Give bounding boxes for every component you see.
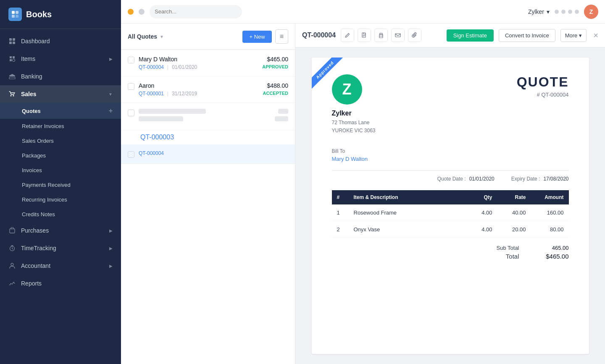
- sidebar-item-purchases[interactable]: Purchases ▶: [0, 222, 121, 239]
- quotes-add-icon[interactable]: +: [109, 107, 113, 115]
- detail-header: QT-000004: [295, 24, 605, 47]
- sidebar-item-sales-orders[interactable]: Sales Orders: [0, 134, 121, 148]
- quotes-filter-arrow-icon: ▼: [160, 34, 164, 39]
- invoice-number-value: QT-000004: [541, 92, 568, 98]
- sidebar-nav: Dashboard Items ▶ Banking: [0, 29, 121, 364]
- new-quote-button[interactable]: + New: [242, 31, 271, 43]
- sidebar-item-credits-notes[interactable]: Credits Notes: [0, 207, 121, 222]
- svg-point-8: [13, 59, 15, 62]
- bill-to-label: Bill To: [332, 148, 569, 154]
- sidebar-item-label-banking: Banking: [21, 73, 42, 80]
- skeleton-quote-id: QT-000003: [140, 134, 174, 141]
- expiry-date-value: 17/08/2020: [543, 176, 568, 182]
- sidebar-item-timetracking[interactable]: TimeTracking ▶: [0, 239, 121, 257]
- sidebar-item-quotes[interactable]: Quotes +: [0, 103, 121, 119]
- quote-item[interactable]: Mary D Walton QT-000004 | 01/01/2020 $46…: [121, 50, 295, 76]
- detail-body: Approved Z Zylker 72 Thomas Lane YUROKE …: [295, 47, 605, 364]
- reports-icon: [8, 280, 16, 287]
- close-button[interactable]: ×: [593, 31, 598, 40]
- row1-rate: 40.00: [497, 204, 531, 221]
- bill-to-name: Mary D Walton: [332, 156, 569, 162]
- sidebar-item-label-dashboard: Dashboard: [21, 38, 50, 45]
- quote-checkbox[interactable]: [128, 151, 134, 158]
- quote-info: Aaron QT-000001 | 31/12/2019: [139, 82, 258, 97]
- col-rate: Rate: [497, 190, 531, 204]
- svg-rect-20: [395, 34, 400, 37]
- company-logo-letter: Z: [342, 81, 352, 98]
- email-button[interactable]: [391, 29, 405, 42]
- quote-checkbox[interactable]: [128, 83, 134, 90]
- quote-right: $488.00 ACCEPTED: [263, 82, 288, 96]
- sidebar-item-label-payments: Payments Received: [22, 182, 71, 188]
- sidebar-item-sales[interactable]: Sales ▼: [0, 85, 121, 103]
- sidebar-item-reports[interactable]: Reports: [0, 275, 121, 292]
- sidebar-item-packages[interactable]: Packages: [0, 148, 121, 163]
- sidebar-item-accountant[interactable]: Accountant ▶: [0, 257, 121, 275]
- list-view-button[interactable]: ≡: [275, 29, 288, 44]
- quotes-filter-dropdown[interactable]: All Quotes ▼: [128, 33, 164, 40]
- pdf-button[interactable]: [358, 29, 371, 42]
- company-logo: Z: [332, 74, 362, 105]
- convert-to-invoice-button[interactable]: Convert to Invoice: [499, 29, 555, 42]
- row1-desc: Rosewood Frame: [349, 204, 464, 221]
- sidebar-item-invoices[interactable]: Invoices: [0, 163, 121, 178]
- company-address-line2: YUROKE VIC 3063: [332, 127, 376, 135]
- divider: [332, 170, 569, 171]
- sidebar-item-banking[interactable]: Banking: [0, 68, 121, 85]
- sales-arrow-icon: ▼: [108, 92, 113, 97]
- total-label: Total: [486, 253, 519, 260]
- sidebar-item-label-accountant: Accountant: [21, 262, 50, 269]
- quote-meta: QT-000004 | 01/01/2020: [139, 64, 258, 70]
- accountant-icon: [8, 262, 16, 270]
- sidebar-item-payments-received[interactable]: Payments Received: [0, 178, 121, 192]
- invoice-title-block: QUOTE # QT-000004: [517, 74, 569, 98]
- row2-amount: 80.00: [531, 221, 569, 238]
- row1-num: 1: [332, 204, 349, 221]
- col-qty: Qty: [464, 190, 497, 204]
- sidebar-item-label-items: Items: [21, 55, 35, 62]
- quote-item[interactable]: Aaron QT-000001 | 31/12/2019 $488.00 ACC…: [121, 76, 295, 103]
- avatar[interactable]: Z: [584, 5, 598, 19]
- svg-point-12: [13, 95, 14, 97]
- sidebar-item-dashboard[interactable]: Dashboard: [0, 32, 121, 50]
- skeleton-line: [139, 116, 183, 121]
- sidebar: Books Dashboard Items ▶: [0, 0, 121, 364]
- sidebar-item-label-quotes: Quotes: [22, 108, 41, 114]
- invoice-card: Approved Z Zylker 72 Thomas Lane YUROKE …: [312, 58, 589, 354]
- svg-rect-17: [379, 36, 383, 38]
- quote-checkbox[interactable]: [128, 110, 134, 116]
- edit-button[interactable]: [341, 29, 354, 42]
- svg-rect-18: [380, 33, 382, 34]
- quote-status: APPROVED: [262, 64, 288, 69]
- sidebar-item-retainer-invoices[interactable]: Retainer Invoices: [0, 119, 121, 134]
- sales-sub-nav: Quotes + Retainer Invoices Sales Orders …: [0, 103, 121, 222]
- purchases-icon: [8, 227, 16, 234]
- col-description: Item & Description: [349, 190, 464, 204]
- sidebar-item-label-retainer: Retainer Invoices: [22, 123, 64, 129]
- sidebar-item-label-timetracking: TimeTracking: [21, 245, 56, 251]
- search-input[interactable]: [150, 5, 242, 18]
- dashboard-icon: [8, 37, 16, 45]
- attach-button[interactable]: [408, 29, 421, 42]
- more-button[interactable]: More ▾: [560, 29, 587, 42]
- skeleton-info: [139, 109, 250, 124]
- sidebar-item-items[interactable]: Items ▶: [0, 50, 121, 68]
- topbar-user[interactable]: Zylker ▾: [528, 8, 550, 15]
- skeleton-line: [278, 109, 288, 114]
- sidebar-item-recurring-invoices[interactable]: Recurring Invoices: [0, 192, 121, 207]
- quote-amount: $465.00: [262, 56, 288, 63]
- quote-id: QT-000001: [139, 91, 164, 97]
- quote-date-item: Quote Date : 01/01/2020: [437, 176, 495, 182]
- topbar-dot-2: [561, 10, 566, 14]
- detail-panel: QT-000004: [295, 24, 605, 364]
- svg-point-19: [382, 35, 383, 36]
- expiry-date-item: Expiry Date : 17/08/2020: [511, 176, 569, 182]
- svg-rect-5: [13, 38, 15, 41]
- quote-item[interactable]: QT-000004: [121, 144, 295, 164]
- quote-checkbox[interactable]: [128, 57, 134, 63]
- quote-date-value: 01/01/2020: [469, 176, 495, 182]
- quote-info: QT-000004: [139, 150, 288, 156]
- print-button[interactable]: [374, 29, 388, 42]
- sign-estimate-button[interactable]: Sign Estimate: [447, 29, 494, 42]
- total-row: Total $465.00: [486, 253, 569, 260]
